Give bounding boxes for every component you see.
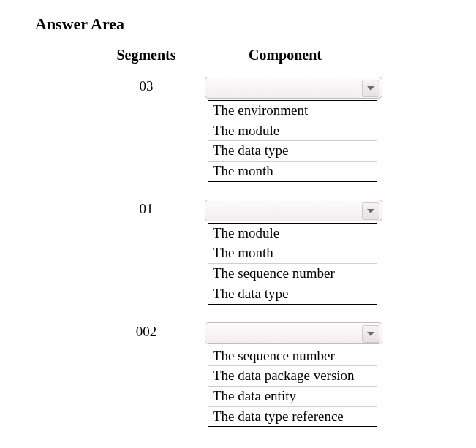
segment-label-01: 01 [0, 200, 205, 217]
component-dropdown-03[interactable] [205, 77, 382, 99]
option-list-01: The module The month The sequence number… [208, 223, 377, 305]
option-item[interactable]: The data package version [208, 366, 377, 387]
option-item[interactable]: The module [208, 121, 377, 142]
svg-marker-1 [367, 209, 374, 213]
svg-marker-0 [367, 86, 374, 91]
option-list-002: The sequence number The data package ver… [208, 346, 377, 428]
svg-marker-2 [367, 332, 374, 336]
component-cell: The module The month The sequence number… [205, 200, 384, 305]
option-item[interactable]: The sequence number [208, 264, 377, 284]
component-header: Component [205, 47, 476, 64]
option-list-03: The environment The module The data type… [208, 100, 377, 182]
segment-row: 03 The environment The module The data t… [0, 77, 476, 182]
option-item[interactable]: The environment [208, 101, 377, 121]
option-item[interactable]: The month [208, 162, 377, 181]
component-cell: The sequence number The data package ver… [205, 322, 384, 428]
page-title: Answer Area [35, 15, 476, 34]
component-dropdown-002[interactable] [205, 322, 382, 344]
option-item[interactable]: The module [208, 224, 377, 244]
column-headers: Segments Component [0, 47, 476, 64]
option-item[interactable]: The data entity [208, 387, 377, 407]
option-item[interactable]: The data type reference [208, 407, 377, 427]
segment-row: 01 The module The month The sequence num… [0, 200, 476, 305]
chevron-down-icon [362, 202, 379, 220]
chevron-down-icon [362, 325, 379, 343]
segment-label-002: 002 [0, 322, 205, 340]
chevron-down-icon [362, 80, 379, 97]
segment-label-03: 03 [0, 77, 205, 94]
component-cell: The environment The module The data type… [205, 77, 384, 182]
option-item[interactable]: The data type [208, 284, 377, 304]
component-dropdown-01[interactable] [205, 200, 382, 221]
option-item[interactable]: The data type [208, 141, 377, 162]
option-item[interactable]: The sequence number [208, 346, 377, 367]
segment-row: 002 The sequence number The data package… [0, 322, 476, 428]
option-item[interactable]: The month [208, 243, 377, 264]
segments-header: Segments [0, 47, 205, 64]
